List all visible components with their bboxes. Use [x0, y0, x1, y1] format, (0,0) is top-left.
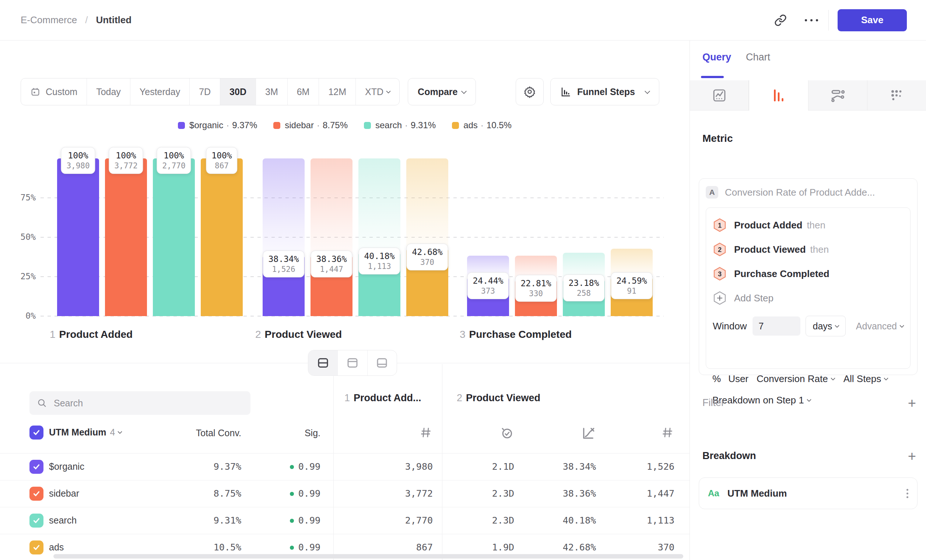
layout-split-button[interactable]	[308, 350, 338, 375]
window-unit-select[interactable]: days	[806, 316, 846, 336]
funnel-bars-icon	[771, 88, 787, 103]
link-icon	[774, 14, 787, 27]
step-hexagon-badge: 2	[713, 242, 727, 257]
row-significance: 0.99	[247, 488, 321, 499]
tab-flow-chart[interactable]	[808, 80, 867, 110]
advanced-toggle[interactable]: Advanced	[856, 321, 903, 331]
row-step2-conv: 42.68%	[522, 542, 596, 552]
measured-as-row: % User Conversion Rate All Steps	[713, 373, 888, 384]
chart-type-tabs	[690, 80, 926, 110]
panel-tabs: Query Chart	[690, 41, 926, 80]
row-step2-count: 370	[601, 542, 675, 552]
all-steps-selector[interactable]: All Steps	[843, 373, 888, 384]
step-hexagon-badge: 3	[713, 266, 727, 281]
funnel-step-3[interactable]: 3 Purchase Completed	[713, 262, 903, 286]
row-step2-count: 1,447	[601, 488, 675, 499]
table-row: search9.31%0.992,7702.3D40.18%1,113	[0, 507, 690, 534]
window-value-input[interactable]	[752, 316, 800, 336]
tab-matrix-chart[interactable]	[867, 80, 926, 110]
row-name: sidebar	[49, 488, 79, 499]
breakdown-label: Breakdown	[702, 450, 756, 462]
conversion-window-row: Window days Advanced	[713, 315, 903, 337]
add-breakdown-button[interactable]: +	[908, 451, 916, 462]
sig-header[interactable]: Sig.	[247, 428, 321, 439]
avg-time-metric-icon[interactable]	[449, 425, 514, 440]
save-button[interactable]: Save	[838, 9, 907, 31]
breadcrumb-title[interactable]: Untitled	[96, 14, 132, 26]
bar-value-label: 24.59%91	[611, 272, 652, 299]
metric-card: A Conversion Rate of Product Adde... 1 P…	[699, 178, 917, 375]
funnel-bar[interactable]	[57, 159, 99, 316]
row-avg-time: 2.3D	[449, 515, 514, 526]
total-conv-header[interactable]: Total Conv.	[168, 428, 241, 439]
horizontal-scrollbar[interactable]	[53, 554, 683, 558]
bar-value-label: 38.34%1,526	[263, 251, 304, 277]
bar-value-label: 40.18%1,113	[359, 248, 400, 274]
row-step2-conv: 38.34%	[522, 461, 596, 472]
metric-section-title: Metric	[702, 133, 732, 144]
add-hexagon-icon	[713, 291, 727, 306]
bar-value-label: 100%2,770	[157, 147, 191, 174]
row-avg-time: 2.1D	[449, 461, 514, 472]
add-filter-button[interactable]: +	[908, 398, 916, 409]
table-row: $organic9.37%0.993,9802.1D38.34%1,526	[0, 453, 690, 480]
row-checkbox[interactable]	[29, 540, 44, 554]
counting-selector[interactable]: User	[728, 373, 749, 384]
bar-value-label: 100%3,772	[109, 147, 143, 174]
funnel-step-axis-label: 2Product Viewed	[255, 328, 342, 341]
filter-label: Filter	[702, 397, 725, 409]
row-checkbox[interactable]	[29, 487, 44, 501]
funnel-bar[interactable]	[153, 159, 195, 316]
step-hexagon-badge: 1	[713, 218, 727, 233]
bar-value-label: 24.44%373	[467, 272, 509, 299]
tab-line-chart[interactable]	[690, 80, 749, 110]
row-checkbox[interactable]	[29, 513, 44, 528]
row-avg-time: 1.9D	[449, 542, 514, 552]
group-column-header[interactable]: UTM Medium 4	[49, 427, 121, 438]
table-header-row: UTM Medium 4 Total Conv. Sig.	[0, 425, 690, 453]
funnel-bar[interactable]	[105, 159, 147, 316]
row-name: ads	[49, 542, 64, 552]
funnel-ghost-bar	[406, 159, 448, 249]
line-chart-icon	[712, 88, 727, 103]
tab-query[interactable]: Query	[702, 51, 731, 63]
row-name: $organic	[49, 461, 84, 472]
split-horizontal-icon	[316, 356, 330, 369]
window-label: Window	[713, 321, 747, 332]
row-total-conv: 8.75%	[168, 488, 241, 499]
bar-value-label: 22.81%330	[515, 275, 557, 302]
row-total-conv: 9.31%	[168, 515, 241, 526]
funnel-bar[interactable]	[201, 159, 243, 316]
row-total-conv: 9.37%	[168, 461, 241, 472]
more-options-button[interactable]	[801, 10, 822, 30]
layout-table-only-button[interactable]	[368, 350, 397, 375]
row-checkbox[interactable]	[29, 460, 44, 474]
count-metric-icon[interactable]	[601, 425, 675, 439]
conversion-rate-selector[interactable]: Conversion Rate	[757, 373, 835, 384]
bar-value-label: 42.68%370	[406, 244, 448, 271]
panel-top-icon	[346, 356, 359, 369]
row-significance: 0.99	[247, 515, 321, 526]
table-step2-header: 2Product Viewed	[457, 392, 540, 404]
row-significance: 0.99	[247, 461, 321, 472]
breadcrumb-project[interactable]: E-Commerce	[21, 14, 77, 26]
tab-chart[interactable]: Chart	[746, 51, 770, 63]
tab-funnel-chart[interactable]	[749, 80, 808, 110]
percent-selector[interactable]: %	[713, 373, 721, 384]
layout-chart-only-button[interactable]	[338, 350, 367, 375]
conversion-metric-icon[interactable]	[522, 425, 596, 441]
share-link-button[interactable]	[770, 10, 791, 30]
table-body: $organic9.37%0.993,9802.1D38.34%1,526sid…	[0, 453, 690, 560]
metric-title[interactable]: Conversion Rate of Product Adde...	[725, 187, 875, 198]
svg-text:1: 1	[718, 222, 722, 229]
breakdown-property-card[interactable]: Aa UTM Medium	[699, 477, 917, 509]
string-property-icon: Aa	[708, 488, 719, 498]
select-all-checkbox[interactable]	[29, 425, 44, 439]
count-metric-icon[interactable]	[359, 425, 433, 439]
add-step-button[interactable]: Add Step	[713, 286, 903, 310]
kebab-menu-icon[interactable]	[906, 489, 908, 498]
funnel-step-2[interactable]: 2 Product Viewedthen	[713, 237, 903, 262]
search-input[interactable]	[53, 398, 232, 409]
funnel-step-1[interactable]: 1 Product Addedthen	[713, 213, 903, 237]
significance-dot	[290, 519, 294, 523]
